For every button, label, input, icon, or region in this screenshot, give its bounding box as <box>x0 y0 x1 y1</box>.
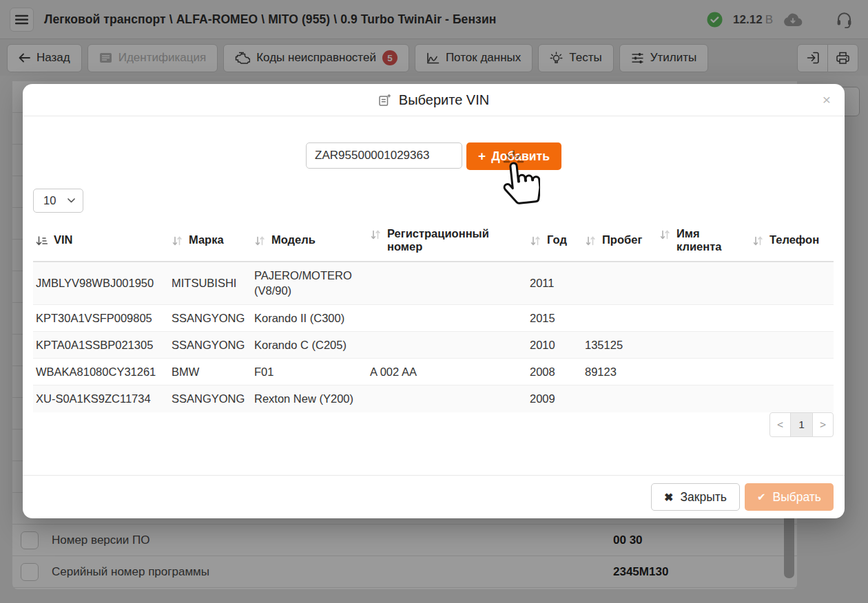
col-header-mileage[interactable]: Пробег <box>582 219 657 262</box>
col-header-vin[interactable]: VIN <box>33 219 169 262</box>
pagination: < 1 > <box>769 412 834 437</box>
sort-icon <box>585 235 596 246</box>
close-modal-button[interactable]: ✖ Закрыть <box>651 483 740 511</box>
col-header-make[interactable]: Марка <box>169 219 251 262</box>
vin-add-row: + Добавить <box>23 142 845 170</box>
modal-title: Выберите VIN <box>399 92 489 108</box>
page-prev-button[interactable]: < <box>769 412 791 437</box>
vin-row[interactable]: KPTA0A1SSBP021305SSANGYONG Korando C (C2… <box>33 331 834 358</box>
sort-active-icon <box>36 235 48 246</box>
vin-table: VIN Марка Модель <box>33 219 834 412</box>
col-header-regnumber[interactable]: Регистрационный номер <box>367 219 527 262</box>
vin-row[interactable]: XU-S0A1KS9ZC11734SSANGYONG Rexton New (Y… <box>33 385 834 412</box>
select-vin-modal: Выберите VIN × + Добавить 10 <box>23 84 845 518</box>
sort-icon <box>752 235 763 246</box>
vin-row[interactable]: KPT30A1VSFP009805SSANGYONG Korando II (C… <box>33 304 834 331</box>
sort-icon <box>530 235 541 246</box>
page-size-select[interactable]: 10 <box>33 189 83 213</box>
chevron-down-icon <box>68 198 75 203</box>
plus-icon: + <box>478 149 486 164</box>
page-current[interactable]: 1 <box>790 412 813 437</box>
col-header-year[interactable]: Год <box>527 219 582 262</box>
page-next-button[interactable]: > <box>812 412 834 437</box>
vin-input[interactable] <box>306 142 462 169</box>
add-document-icon <box>378 94 391 107</box>
sort-icon <box>172 235 183 246</box>
sort-icon <box>659 229 670 240</box>
select-vin-button: ✔ Выбрать <box>745 483 834 511</box>
vin-row[interactable]: JMBLYV98WBJ001950MITSUBISHI PAJERO/MOTER… <box>33 262 834 304</box>
sort-icon <box>370 229 381 240</box>
x-icon: ✖ <box>664 491 673 504</box>
col-header-client[interactable]: Имя клиента <box>657 219 750 262</box>
vin-row[interactable]: WBAKA81080CY31261BMW F01A 002 AA 2008891… <box>33 359 834 385</box>
col-header-model[interactable]: Модель <box>251 219 367 262</box>
close-icon[interactable]: × <box>820 89 834 109</box>
modal-header: Выберите VIN × <box>23 84 845 116</box>
col-header-phone[interactable]: Телефон <box>750 219 834 262</box>
sort-icon <box>254 235 265 246</box>
check-icon: ✔ <box>757 491 766 503</box>
add-vin-button[interactable]: + Добавить <box>466 142 561 170</box>
modal-footer: ✖ Закрыть ✔ Выбрать <box>23 475 845 518</box>
table-header-row: VIN Марка Модель <box>33 219 834 262</box>
